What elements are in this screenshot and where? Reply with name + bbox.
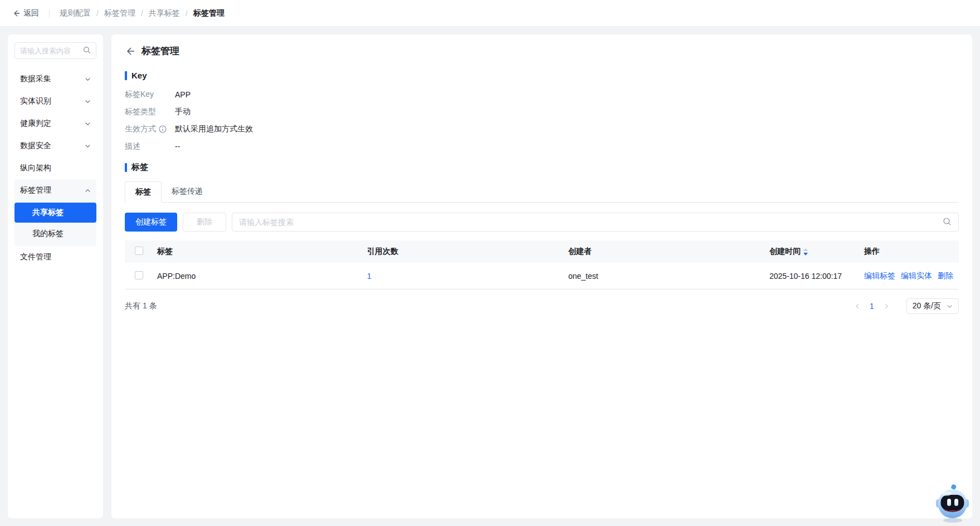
sidebar-item-shared-tags[interactable]: 共享标签 (14, 203, 96, 223)
cell-tag: APP:Demo (157, 272, 367, 281)
search-icon[interactable] (943, 217, 952, 228)
delete-button[interactable]: 删除 (183, 213, 226, 232)
sidebar-group-tag-management: 标签管理 共享标签 我的标签 (14, 179, 96, 246)
assistant-robot-mascot[interactable] (932, 483, 972, 524)
row-checkbox[interactable] (135, 271, 143, 279)
field-value: APP (175, 90, 191, 99)
sidebar-search[interactable] (14, 42, 96, 59)
cell-creator: one_test (568, 272, 769, 281)
sidebar-item-data-collection[interactable]: 数据采集 (14, 68, 96, 90)
sidebar-search-input[interactable] (20, 47, 83, 55)
sidebar-item-data-security[interactable]: 数据安全 (14, 135, 96, 157)
column-header-ref-count: 引用次数 (367, 247, 568, 257)
cell-ref-count: 1 (367, 272, 568, 281)
create-tag-button[interactable]: 创建标签 (125, 213, 177, 232)
column-header-label: 创建时间 (769, 247, 801, 257)
breadcrumb-item[interactable]: 共享标签 (149, 8, 180, 18)
sidebar-item-tag-management[interactable]: 标签管理 (14, 179, 96, 201)
sidebar-item-label: 标签管理 (20, 185, 51, 195)
tab-tags[interactable]: 标签 (125, 181, 162, 203)
field-value: -- (175, 142, 180, 151)
prev-page-icon[interactable] (854, 303, 861, 309)
tag-section-heading: 标签 (125, 162, 959, 173)
sidebar-item-label: 健康判定 (20, 119, 51, 129)
breadcrumb-separator: / (96, 9, 99, 18)
table-toolbar: 创建标签 删除 (125, 213, 959, 232)
sidebar-item-label: 实体识别 (20, 96, 51, 106)
breadcrumb-item[interactable]: 标签管理 (104, 8, 135, 18)
sort-icon[interactable] (803, 248, 808, 256)
column-header-actions: 操作 (864, 247, 959, 257)
pagination: 1 20 条/页 (854, 298, 959, 314)
tab-label: 标签 (135, 187, 151, 196)
section-accent-bar (125, 163, 127, 172)
breadcrumb: 规则配置 / 标签管理 / 共享标签 / 标签管理 (60, 8, 225, 18)
page-title-row: 标签管理 (125, 45, 959, 57)
search-icon (83, 46, 91, 56)
sidebar-item-label: 数据安全 (20, 141, 51, 151)
back-link[interactable]: 返回 (12, 8, 39, 18)
breadcrumb-current: 标签管理 (193, 8, 225, 18)
sidebar-item-file-management[interactable]: 文件管理 (14, 246, 96, 268)
tab-label: 标签传递 (172, 186, 203, 195)
info-icon[interactable] (159, 125, 167, 133)
breadcrumb-item[interactable]: 规则配置 (60, 8, 91, 18)
breadcrumb-separator: / (141, 9, 143, 18)
edit-tag-link[interactable]: 编辑标签 (864, 271, 895, 281)
ref-count-link[interactable]: 1 (367, 272, 372, 281)
page-size-value: 20 条/页 (913, 301, 941, 311)
sidebar-item-label: 我的标签 (32, 229, 64, 239)
edit-entity-link[interactable]: 编辑实体 (901, 271, 932, 281)
tag-table: 标签 引用次数 创建者 创建时间 操作 APP:Demo 1 (125, 240, 959, 289)
back-arrow-icon (12, 9, 20, 17)
tab-tag-propagation[interactable]: 标签传递 (162, 181, 213, 202)
chevron-down-icon (85, 99, 91, 105)
header-checkbox-cell (125, 247, 157, 257)
topbar-divider (49, 9, 50, 18)
field-label: 描述 (125, 141, 175, 151)
sidebar-item-health-judgement[interactable]: 健康判定 (14, 112, 96, 135)
main-panel: 标签管理 Key 标签Key APP 标签类型 手动 生效方式 (111, 35, 972, 518)
next-page-icon[interactable] (883, 303, 890, 309)
field-label: 标签类型 (125, 107, 175, 117)
title-back-arrow-icon[interactable] (125, 46, 135, 56)
key-field-list: 标签Key APP 标签类型 手动 生效方式 默认采用追加方式生效 描述 -- (125, 89, 959, 152)
field-row: 标签类型 手动 (125, 106, 959, 117)
sidebar-item-label: 纵向架构 (20, 163, 51, 173)
select-all-checkbox[interactable] (135, 247, 143, 255)
table-header-row: 标签 引用次数 创建者 创建时间 操作 (125, 240, 959, 263)
breadcrumb-separator: / (186, 9, 188, 18)
page-size-select[interactable]: 20 条/页 (906, 298, 959, 314)
table-row: APP:Demo 1 one_test 2025-10-16 12:00:17 … (125, 263, 959, 289)
cell-created-time: 2025-10-16 12:00:17 (769, 272, 864, 281)
sidebar-item-label: 文件管理 (20, 252, 51, 262)
chevron-up-icon (85, 188, 91, 194)
back-label: 返回 (23, 8, 39, 18)
tag-search[interactable] (232, 213, 959, 232)
cell-actions: 编辑标签 编辑实体 删除 (864, 271, 959, 281)
section-title: 标签 (131, 162, 148, 173)
field-label: 标签Key (125, 90, 175, 100)
sidebar-item-entity-recognition[interactable]: 实体识别 (14, 90, 96, 112)
top-bar: 返回 规则配置 / 标签管理 / 共享标签 / 标签管理 (0, 0, 980, 27)
tag-search-input[interactable] (239, 218, 943, 227)
delete-row-link[interactable]: 删除 (938, 271, 953, 281)
field-value: 手动 (175, 107, 191, 117)
sidebar-item-label: 数据采集 (20, 74, 51, 84)
field-row: 生效方式 默认采用追加方式生效 (125, 124, 959, 135)
column-header-created-time: 创建时间 (769, 247, 864, 257)
column-header-creator: 创建者 (568, 247, 769, 257)
table-footer: 共有 1 条 1 20 条/页 (125, 298, 959, 314)
field-label: 生效方式 (125, 124, 175, 134)
sidebar-menu: 数据采集 实体识别 健康判定 数据安全 (14, 68, 96, 268)
field-label-text: 生效方式 (125, 124, 156, 134)
tag-tabs: 标签 标签传递 (125, 181, 959, 203)
chevron-down-icon (85, 143, 91, 149)
key-section-heading: Key (125, 71, 959, 80)
sidebar-item-my-tags[interactable]: 我的标签 (14, 224, 96, 244)
sidebar-item-vertical-architecture[interactable]: 纵向架构 (14, 157, 96, 179)
page-number[interactable]: 1 (870, 302, 874, 311)
chevron-down-icon (85, 121, 91, 127)
chevron-down-icon (947, 303, 953, 309)
sidebar-item-label: 共享标签 (32, 208, 64, 218)
